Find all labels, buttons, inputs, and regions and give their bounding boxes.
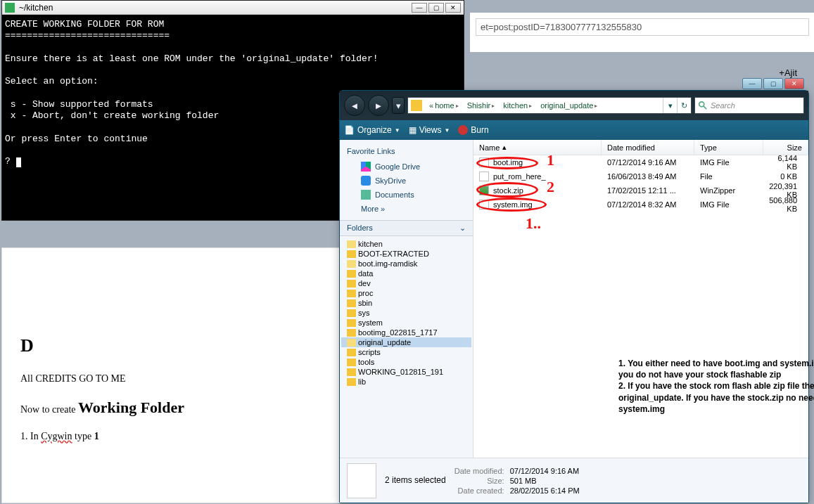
maximize-button[interactable]: ▢ bbox=[428, 3, 444, 13]
folder-tree: kitchen BOOT-EXTRACTED boot.img-ramdisk … bbox=[340, 236, 473, 458]
file-icon bbox=[479, 200, 489, 209]
tree-node[interactable]: WORKING_012815_191 bbox=[341, 367, 471, 377]
forward-button[interactable]: ► bbox=[368, 95, 389, 116]
explorer-window: — ▢ ✕ ◄ ► ▾ « home ▸ Shishir ▸ kitchen ▸… bbox=[339, 90, 809, 503]
nav-pane: Favorite Links Google Drive SkyDrive Doc… bbox=[340, 140, 473, 458]
burn-icon bbox=[458, 125, 468, 135]
history-dropdown[interactable]: ▾ bbox=[392, 97, 405, 114]
column-name[interactable]: Name ▴ bbox=[473, 140, 602, 155]
back-button[interactable]: ◄ bbox=[344, 95, 365, 116]
terminal-titlebar[interactable]: ~/kitchen — ▢ ✕ bbox=[2, 1, 464, 15]
tree-node[interactable]: dev bbox=[341, 278, 471, 288]
browser-address-bar[interactable]: et=post;postID=7183007777132555830 bbox=[476, 18, 809, 36]
tree-node[interactable]: lib bbox=[341, 377, 471, 387]
explorer-toolbar: 📄 Organize ▼ ▦ Views ▼ Burn bbox=[340, 120, 808, 140]
file-row[interactable]: stock.zip 17/02/2015 12:11 ... WinZipper… bbox=[473, 183, 808, 198]
folders-header[interactable]: Folders⌄ bbox=[340, 220, 473, 236]
column-type[interactable]: Type bbox=[694, 140, 763, 155]
chevron-down-icon: ⌄ bbox=[459, 224, 466, 233]
tree-node[interactable]: boot.img-ramdisk bbox=[341, 259, 471, 269]
file-icon bbox=[479, 172, 489, 181]
status-label: Date created: bbox=[454, 486, 504, 495]
tree-node[interactable]: sys bbox=[341, 308, 471, 318]
favorite-links-header: Favorite Links bbox=[347, 144, 466, 160]
column-header-row: Name ▴ Date modified Type Size bbox=[473, 140, 808, 155]
breadcrumb-seg[interactable]: « home ▸ bbox=[425, 101, 463, 110]
svg-point-0 bbox=[699, 102, 704, 107]
file-row[interactable]: boot.img 07/12/2014 9:16 AM IMG File 6,1… bbox=[473, 155, 808, 169]
file-rows: boot.img 07/12/2014 9:16 AM IMG File 6,1… bbox=[473, 155, 808, 212]
file-list-pane: Name ▴ Date modified Type Size boot.img … bbox=[473, 140, 808, 458]
file-row[interactable]: put_rom_here_ 16/06/2013 8:49 AM File 0 … bbox=[473, 169, 808, 183]
documents-icon bbox=[361, 190, 371, 200]
minimize-button[interactable]: — bbox=[742, 78, 762, 89]
tree-node[interactable]: sbin bbox=[341, 298, 471, 308]
burn-button[interactable]: Burn bbox=[458, 125, 488, 135]
file-row[interactable]: system.img 07/12/2014 8:32 AM IMG File 5… bbox=[473, 198, 808, 212]
close-button[interactable]: ✕ bbox=[784, 78, 804, 89]
breadcrumb-seg[interactable]: original_update ▸ bbox=[536, 101, 602, 110]
file-icon bbox=[479, 157, 489, 167]
folder-icon bbox=[411, 100, 422, 111]
terminal-title: ~/kitchen bbox=[19, 3, 53, 13]
status-value: 07/12/2014 9:16 AM bbox=[510, 467, 580, 475]
browser-url-area: et=post;postID=7183007777132555830 bbox=[470, 13, 814, 52]
tree-node[interactable]: data bbox=[341, 269, 471, 278]
views-menu[interactable]: ▦ Views ▼ bbox=[409, 125, 450, 135]
svg-line-1 bbox=[704, 106, 706, 109]
breadcrumb-seg[interactable]: kitchen ▸ bbox=[499, 101, 536, 110]
tree-node[interactable]: system bbox=[341, 318, 471, 328]
status-value: 501 MB bbox=[510, 477, 580, 485]
user-link[interactable]: +Ajit bbox=[779, 67, 797, 78]
column-date[interactable]: Date modified bbox=[602, 140, 694, 155]
maximize-button[interactable]: ▢ bbox=[763, 78, 783, 89]
organize-menu[interactable]: 📄 Organize ▼ bbox=[344, 125, 400, 135]
instruction-text: 1. You either need to have boot.img and … bbox=[618, 358, 814, 415]
search-input[interactable]: Search bbox=[694, 97, 804, 114]
skydrive-icon bbox=[361, 176, 371, 186]
status-label: Date modified: bbox=[454, 467, 504, 475]
nav-more[interactable]: More » bbox=[347, 202, 466, 216]
minimize-button[interactable]: — bbox=[412, 3, 427, 13]
tree-node[interactable]: proc bbox=[341, 288, 471, 298]
annotation-number: 1.. bbox=[526, 214, 541, 233]
dropdown-icon[interactable]: ▾ bbox=[663, 98, 677, 113]
nav-link-documents[interactable]: Documents bbox=[347, 188, 466, 202]
status-label: Size: bbox=[454, 477, 504, 485]
column-size[interactable]: Size bbox=[763, 140, 808, 155]
gdrive-icon bbox=[361, 162, 371, 172]
tree-node[interactable]: bootimg_022815_1717 bbox=[341, 328, 471, 337]
tree-node-selected[interactable]: original_update bbox=[341, 337, 471, 347]
search-icon bbox=[698, 101, 708, 110]
status-title: 2 items selected bbox=[385, 475, 446, 485]
nav-link-gdrive[interactable]: Google Drive bbox=[347, 160, 466, 174]
sort-asc-icon: ▴ bbox=[502, 143, 507, 152]
tree-node[interactable]: kitchen bbox=[341, 239, 471, 249]
cursor-icon bbox=[16, 157, 21, 167]
breadcrumb-seg[interactable]: Shishir ▸ bbox=[463, 101, 500, 110]
tree-node[interactable]: scripts bbox=[341, 347, 471, 357]
nav-link-skydrive[interactable]: SkyDrive bbox=[347, 174, 466, 188]
status-value: 28/02/2015 6:14 PM bbox=[510, 486, 580, 495]
close-button[interactable]: ✕ bbox=[445, 3, 461, 13]
address-bar[interactable]: « home ▸ Shishir ▸ kitchen ▸ original_up… bbox=[407, 97, 692, 114]
terminal-icon bbox=[5, 3, 15, 13]
status-bar: 2 items selected Date modified:07/12/201… bbox=[340, 458, 808, 503]
file-thumbnail-icon bbox=[347, 463, 376, 498]
refresh-icon[interactable]: ↻ bbox=[677, 98, 691, 113]
tree-node[interactable]: BOOT-EXTRACTED bbox=[341, 249, 471, 259]
explorer-header: ◄ ► ▾ « home ▸ Shishir ▸ kitchen ▸ origi… bbox=[340, 91, 808, 120]
zip-icon bbox=[479, 186, 489, 195]
tree-node[interactable]: tools bbox=[341, 357, 471, 367]
